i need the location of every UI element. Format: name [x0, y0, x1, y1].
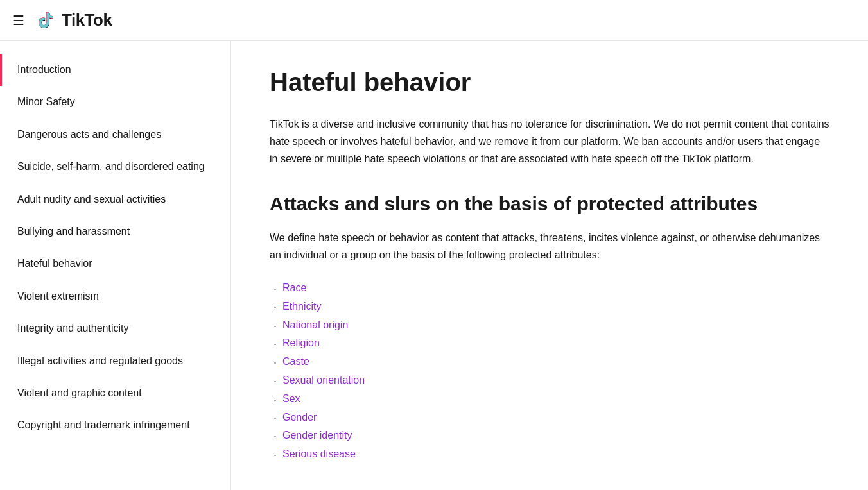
- page-title: Hateful behavior: [270, 67, 829, 97]
- sidebar-item-minor-safety[interactable]: Minor Safety: [0, 86, 230, 118]
- layout: Introduction Minor Safety Dangerous acts…: [0, 41, 868, 490]
- list-item: Gender identity: [270, 427, 829, 445]
- list-item: Gender: [270, 409, 829, 427]
- list-item: Sexual orientation: [270, 371, 829, 390]
- sidebar-item-violent-graphic[interactable]: Violent and graphic content: [0, 377, 230, 409]
- tiktok-logo-icon: [35, 9, 58, 32]
- sidebar-item-illegal-activities[interactable]: Illegal activities and regulated goods: [0, 345, 230, 377]
- section1-text: We define hate speech or behavior as con…: [270, 229, 829, 264]
- sidebar-item-suicide[interactable]: Suicide, self-harm, and disordered eatin…: [0, 151, 230, 183]
- sidebar-item-hateful-behavior[interactable]: Hateful behavior: [0, 248, 230, 280]
- sidebar-item-dangerous-acts[interactable]: Dangerous acts and challenges: [0, 119, 230, 151]
- list-item: Serious disease: [270, 445, 829, 464]
- sidebar-item-adult-nudity[interactable]: Adult nudity and sexual activities: [0, 183, 230, 215]
- list-item: National origin: [270, 316, 829, 335]
- sidebar-item-violent-extremism[interactable]: Violent extremism: [0, 280, 230, 312]
- hamburger-menu[interactable]: ☰: [13, 13, 24, 28]
- sidebar-item-bullying[interactable]: Bullying and harassment: [0, 215, 230, 248]
- sidebar-item-introduction[interactable]: Introduction: [0, 54, 230, 86]
- list-item: Ethnicity: [270, 298, 829, 316]
- list-item: Caste: [270, 353, 829, 371]
- intro-paragraph: TikTok is a diverse and inclusive commun…: [270, 115, 829, 168]
- protected-attributes-list: RaceEthnicityNational originReligionCast…: [270, 279, 829, 464]
- logo[interactable]: TikTok: [35, 9, 112, 32]
- sidebar-item-copyright[interactable]: Copyright and trademark infringement: [0, 409, 230, 441]
- list-item: Sex: [270, 390, 829, 409]
- list-item: Race: [270, 279, 829, 298]
- main-content: Hateful behavior TikTok is a diverse and…: [231, 41, 868, 490]
- header: ☰ TikTok: [0, 0, 868, 41]
- list-item: Religion: [270, 334, 829, 353]
- logo-text: TikTok: [62, 10, 112, 30]
- sidebar-item-integrity[interactable]: Integrity and authenticity: [0, 312, 230, 344]
- section1-title: Attacks and slurs on the basis of protec…: [270, 191, 829, 216]
- sidebar: Introduction Minor Safety Dangerous acts…: [0, 41, 231, 490]
